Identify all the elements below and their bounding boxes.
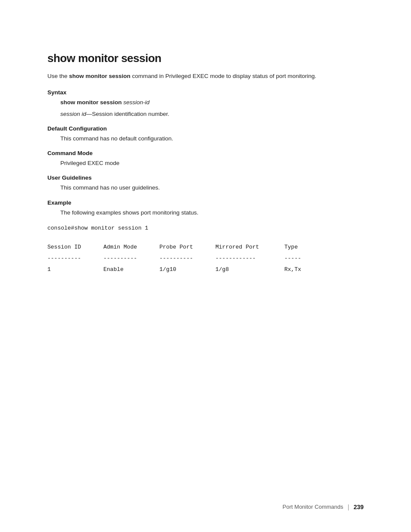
- syntax-content: show monitor session session-id: [47, 98, 364, 107]
- table-header-mirrored-port: Mirrored Port: [215, 242, 284, 253]
- footer: Port Monitor Commands | 239: [283, 503, 364, 510]
- syntax-desc-italic: session id: [60, 111, 86, 117]
- table-header-type: Type: [284, 242, 319, 253]
- page-title: show monitor session: [47, 52, 364, 65]
- example-heading: Example: [47, 199, 364, 206]
- intro-paragraph: Use the show monitor session command in …: [47, 72, 364, 81]
- table-div-probe: ----------: [159, 253, 215, 264]
- intro-prefix: Use the: [47, 73, 69, 79]
- table-div-type: -----: [284, 253, 319, 264]
- syntax-heading: Syntax: [47, 89, 364, 96]
- table-header-row: Session ID Admin Mode Probe Port Mirrore…: [47, 242, 364, 253]
- example-command-line: console#show monitor session 1: [47, 224, 364, 233]
- user-guidelines-heading: User Guidelines: [47, 174, 364, 181]
- table-header-session-id: Session ID: [47, 242, 103, 253]
- default-config-content: This command has no default configuratio…: [47, 134, 364, 143]
- monitor-session-table: Session ID Admin Mode Probe Port Mirrore…: [47, 242, 364, 275]
- table-div-admin: ----------: [103, 253, 159, 264]
- table-cell-mirrored-1: 1/g8: [215, 264, 284, 275]
- default-config-heading: Default Configuration: [47, 125, 364, 132]
- footer-section-label: Port Monitor Commands: [283, 504, 343, 510]
- example-description: The following examples shows port monito…: [47, 208, 364, 217]
- intro-command-bold: show monitor session: [69, 73, 131, 79]
- command-mode-heading: Command Mode: [47, 150, 364, 156]
- table-div-session: ----------: [47, 253, 103, 264]
- table-cell-probe-1: 1/g10: [159, 264, 215, 275]
- syntax-command-bold: show monitor session: [60, 99, 122, 106]
- table-divider-row: ---------- ---------- ---------- -------…: [47, 253, 364, 264]
- syntax-description: session id—Session identification number…: [47, 110, 364, 118]
- table-row: 1 Enable 1/g10 1/g8 Rx,Tx: [47, 264, 364, 275]
- table-div-mirrored: ------------: [215, 253, 284, 264]
- table-cell-type-1: Rx,Tx: [284, 264, 319, 275]
- table-cell-admin-1: Enable: [103, 264, 159, 275]
- command-mode-content: Privileged EXEC mode: [47, 159, 364, 168]
- footer-separator: |: [348, 503, 349, 510]
- user-guidelines-content: This command has no user guidelines.: [47, 184, 364, 192]
- page-container: show monitor session Use the show monito…: [0, 0, 411, 532]
- intro-suffix: command in Privileged EXEC mode to displ…: [131, 73, 316, 79]
- footer-page-number: 239: [354, 504, 364, 510]
- syntax-desc-suffix: —Session identification number.: [86, 111, 169, 117]
- table-header-admin-mode: Admin Mode: [103, 242, 159, 253]
- syntax-command-italic: session-id: [122, 99, 150, 106]
- table-header-probe-port: Probe Port: [159, 242, 215, 253]
- table-cell-session-1: 1: [47, 264, 103, 275]
